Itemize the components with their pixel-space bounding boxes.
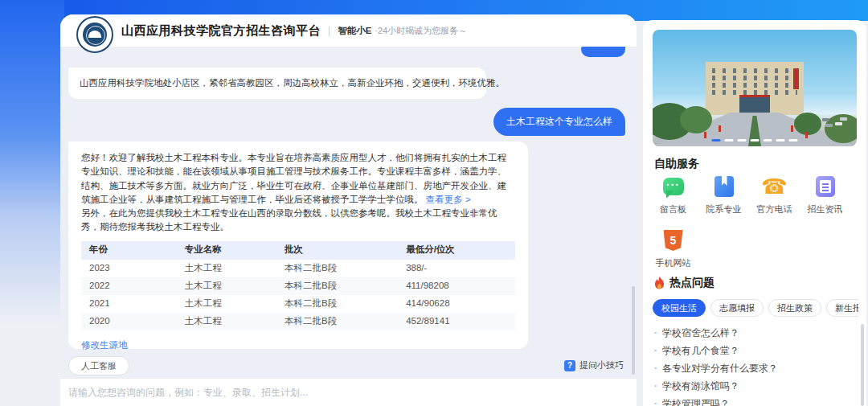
hot-question-list: 学校宿舍怎么样？ 学校有几个食堂？ 各专业对学分有什么要求？ 学校有游泳馆吗？ …: [654, 324, 847, 406]
tree: [794, 113, 821, 135]
school-logo: [76, 16, 113, 53]
phone-icon: [761, 176, 787, 197]
service-admission-news[interactable]: 招生资讯: [800, 174, 850, 215]
carousel-dot[interactable]: [725, 139, 734, 141]
departments-icon: [714, 176, 734, 197]
sidebar: 自助服务 留言板 院系专业 官方电话 招生资讯 5 手机网站 热点问题: [643, 20, 866, 406]
news-icon: [816, 176, 835, 197]
user-message: 土木工程这个专业怎么样: [493, 108, 625, 136]
campus-photo: [653, 30, 857, 146]
campus-building: [706, 62, 804, 115]
tag-registration[interactable]: 新生报到: [826, 299, 858, 317]
chat-window: 山西应用科技学院官方招生咨询平台 | 智能小E ·24小时竭诚为您服务～ 山西应…: [60, 14, 637, 406]
page-left-gradient: [0, 0, 64, 354]
carousel-dot[interactable]: [789, 139, 798, 141]
human-agent-button[interactable]: 人工客服: [68, 356, 129, 375]
chat-message-area: 山西应用科技学院地处小店区，紧邻省高教园区，周边高校林立，高新企业环抱，交通便利…: [60, 47, 637, 378]
hot-question-item[interactable]: 各专业对学分有什么要求？: [654, 359, 847, 377]
message-board-icon: [663, 178, 684, 195]
admission-score-table: 年份 专业名称 批次 最低分/位次 2023 土木工程 本科二批B段 388/-…: [81, 241, 515, 330]
see-more-link[interactable]: 查看更多 >: [426, 195, 471, 204]
hot-questions-title: 热点问题: [669, 276, 714, 290]
carousel-indicators: [712, 139, 798, 141]
self-service-title: 自助服务: [654, 157, 699, 171]
tips-label: 提问小技巧: [579, 359, 624, 371]
tag-application[interactable]: 志愿填报: [710, 299, 764, 317]
sidebar-scrollbar-thumb[interactable]: [861, 324, 864, 406]
school-emblem-icon: [83, 23, 107, 47]
table-row: 2023 土木工程 本科二批B段 388/-: [81, 260, 515, 277]
carousel-dot[interactable]: [738, 139, 747, 141]
table-row: 2020 土木工程 本科二批B段 452/89141: [81, 313, 515, 330]
question-mark-icon: ?: [564, 360, 575, 371]
hot-questions-header: 热点问题: [654, 276, 714, 290]
question-tips-button[interactable]: ? 提问小技巧: [564, 359, 624, 371]
col-batch: 批次: [276, 241, 398, 260]
hot-question-item[interactable]: 学校有游泳馆吗？: [654, 377, 847, 395]
chat-header: 山西应用科技学院官方招生咨询平台 | 智能小E ·24小时竭诚为您服务～: [60, 14, 637, 47]
chat-input-bar: [60, 378, 637, 406]
carousel-dot[interactable]: [764, 139, 772, 141]
col-score: 最低分/位次: [398, 241, 515, 260]
assistant-name: 智能小E: [338, 25, 371, 37]
table-row: 2022 土木工程 本科二批B段 411/98208: [81, 277, 515, 295]
tag-policy[interactable]: 招生政策: [768, 299, 821, 317]
bot-message-answer: 您好！欢迎了解我校土木工程本科专业。本专业旨在培养高素质应用型人才，他们将拥有扎…: [68, 141, 528, 349]
self-service-grid: 留言板 院系专业 官方电话 招生资讯 5 手机网站: [648, 174, 862, 282]
hot-question-tags: 校园生活 志愿填报 招生政策 新生报到 »: [653, 298, 858, 318]
tag-campus-life[interactable]: 校园生活: [653, 299, 706, 317]
hot-question-item[interactable]: 学校管理严吗？: [654, 395, 847, 406]
service-official-phone[interactable]: 官方电话: [749, 174, 800, 215]
table-row: 2021 土木工程 本科二批B段 414/90628: [81, 295, 515, 313]
answer-paragraph-2: 另外，在此为您提供我校土木工程专业在山西的录取分数线，以供您参考呢。我校土木工程…: [81, 207, 515, 235]
mobile-site-icon: 5: [664, 230, 683, 251]
carousel-dot[interactable]: [751, 139, 760, 141]
service-mobile-site[interactable]: 5 手机网站: [648, 228, 698, 269]
service-departments[interactable]: 院系专业: [698, 174, 749, 215]
flame-icon: [654, 277, 665, 289]
assistant-tagline: ·24小时竭诚为您服务～: [375, 25, 467, 37]
col-year: 年份: [81, 241, 177, 260]
modify-origin-link[interactable]: 修改生源地: [81, 338, 128, 352]
header-divider: |: [328, 25, 330, 36]
bot-message-intro: 山西应用科技学院地处小店区，紧邻省高教园区，周边高校林立，高新企业环抱，交通便利…: [68, 68, 486, 99]
service-message-board[interactable]: 留言板: [648, 174, 698, 215]
col-major: 专业名称: [177, 241, 276, 260]
carousel-dot[interactable]: [776, 139, 785, 141]
chat-input[interactable]: [68, 387, 621, 398]
chat-scrollbar-thumb[interactable]: [632, 286, 635, 375]
answer-paragraph-1: 您好！欢迎了解我校土木工程本科专业。本专业旨在培养高素质应用型人才，他们将拥有扎…: [81, 151, 515, 207]
carousel-dot[interactable]: [712, 139, 721, 141]
hot-question-item[interactable]: 学校宿舍怎么样？: [654, 324, 847, 342]
hot-question-item[interactable]: 学校有几个食堂？: [654, 342, 847, 359]
table-header-row: 年份 专业名称 批次 最低分/位次: [81, 241, 515, 260]
clipped-user-bubble: [581, 47, 625, 57]
tree: [680, 106, 712, 133]
platform-title: 山西应用科技学院官方招生咨询平台: [121, 23, 321, 39]
